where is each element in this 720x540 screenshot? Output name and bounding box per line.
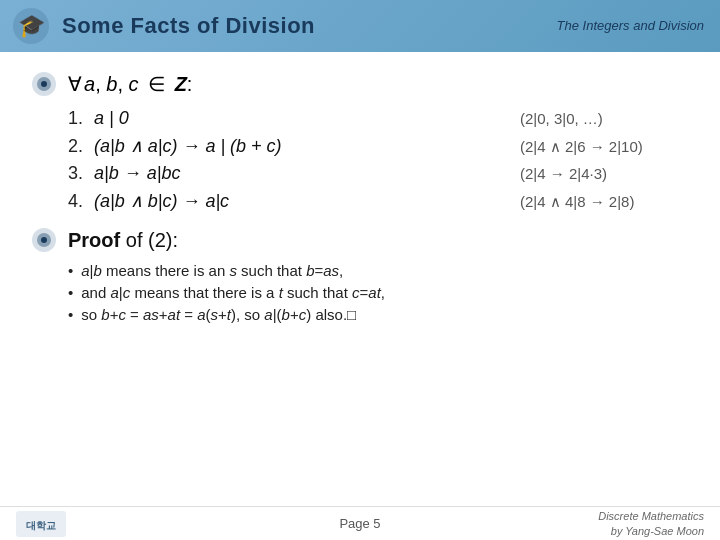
forall-statement: ∀a, b, c ∈ Z: [68,72,192,96]
proof-bullet-3: so b+c = as+at = a(s+t), so a|(b+c) also… [68,306,690,323]
slide-title: Some Facts of Division [62,13,315,39]
item-row-2: 2. (a|b ∧ a|c) → a | (b + c) (2|4 ∧ 2|6 … [68,135,690,157]
item-row-3: 3. a|b → a|bc (2|4 → 2|4·3) [68,163,690,184]
proof-title: Proof of (2): [68,229,178,252]
proof-header-row: Proof of (2): [30,226,690,254]
footer-credit: Discrete Mathematics by Yang-Sae Moon [598,509,704,538]
slide-footer: 대학교 Page 5 Discrete Mathematics by Yang-… [0,506,720,540]
svg-point-7 [41,237,47,243]
bullet-icon-proof [30,226,58,254]
svg-point-4 [41,81,47,87]
footer-credit-line2: by Yang-Sae Moon [611,525,704,537]
proof-bullet-1-text: a|b means there is an s such that b=as, [81,262,343,279]
svg-text:대학교: 대학교 [26,520,56,531]
svg-text:🎓: 🎓 [18,12,46,39]
footer-credit-line1: Discrete Mathematics [598,510,704,522]
header-logo-icon: 🎓 [12,7,50,45]
item-formula-4: (a|b ∧ b|c) → a|c [94,190,490,212]
item-row-1: 1. a | 0 (2|0, 3|0, …) [68,108,690,129]
item-number-1: 1. [68,108,94,129]
item-example-2: (2|4 ∧ 2|6 → 2|10) [490,138,690,156]
item-example-4: (2|4 ∧ 4|8 → 2|8) [490,193,690,211]
header-subtitle: The Integers and Division [557,17,704,35]
item-formula-1: a | 0 [94,108,490,129]
forall-row: ∀a, b, c ∈ Z: [30,70,690,98]
footer-page-label: Page 5 [339,516,380,531]
proof-bullet-2: and a|c means that there is a t such tha… [68,284,690,301]
bullet-icon-forall [30,70,58,98]
item-number-4: 4. [68,191,94,212]
item-formula-3: a|b → a|bc [94,163,490,184]
item-number-3: 3. [68,163,94,184]
proof-bullet-2-text: and a|c means that there is a t such tha… [81,284,385,301]
item-row-4: 4. (a|b ∧ b|c) → a|c (2|4 ∧ 4|8 → 2|8) [68,190,690,212]
proof-section: Proof of (2): a|b means there is an s su… [30,226,690,323]
item-example-3: (2|4 → 2|4·3) [490,165,690,182]
item-formula-2: (a|b ∧ a|c) → a | (b + c) [94,135,490,157]
header-subtitle-text: The Integers and Division [557,18,704,33]
slide-content: ∀a, b, c ∈ Z: 1. a | 0 (2|0, 3|0, …) 2. … [0,52,720,338]
slide-header: 🎓 Some Facts of Division The Integers an… [0,0,720,52]
footer-logo-icon: 대학교 [16,511,66,537]
item-number-2: 2. [68,136,94,157]
items-container: 1. a | 0 (2|0, 3|0, …) 2. (a|b ∧ a|c) → … [68,108,690,212]
proof-bullets-list: a|b means there is an s such that b=as, … [68,262,690,323]
proof-bullet-1: a|b means there is an s such that b=as, [68,262,690,279]
item-example-1: (2|0, 3|0, …) [490,110,690,127]
proof-bullet-3-text: so b+c = as+at = a(s+t), so a|(b+c) also… [81,306,356,323]
